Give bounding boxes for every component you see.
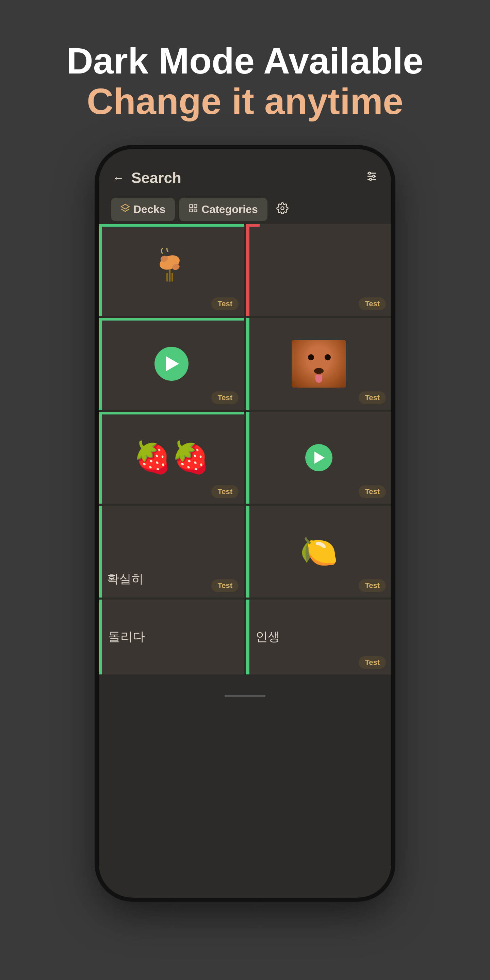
- card-topbar-3: [102, 318, 244, 321]
- dog-eye-left: [308, 354, 314, 360]
- card-border-green-3: [99, 318, 102, 410]
- layers-icon: [121, 204, 130, 215]
- card-border-green: [99, 224, 102, 316]
- svg-point-4: [372, 175, 375, 177]
- card-topbar-5: [102, 412, 244, 414]
- tab-settings[interactable]: [272, 197, 293, 222]
- card-badge-7: Test: [211, 579, 239, 592]
- card-border-red: [246, 224, 250, 316]
- app-header: ← Search: [99, 149, 391, 195]
- card-badge-1: Test: [211, 298, 239, 310]
- filter-icon[interactable]: [366, 170, 378, 185]
- card-topbar: [102, 224, 244, 227]
- play-button-small[interactable]: [305, 444, 332, 471]
- dog-face: [292, 340, 346, 388]
- svg-marker-6: [121, 204, 129, 209]
- phone-mockup: ← Search: [99, 149, 391, 898]
- tab-categories-label: Categories: [202, 203, 258, 216]
- svg-point-5: [369, 178, 372, 180]
- dog-nose: [314, 368, 324, 374]
- phone-screen: ← Search: [99, 149, 391, 898]
- svg-point-11: [281, 207, 284, 210]
- card-border-green-5: [99, 412, 102, 504]
- svg-rect-8: [194, 205, 197, 208]
- card-badge-8: Test: [359, 579, 386, 592]
- card-korean-3[interactable]: 인생 Test: [246, 600, 391, 675]
- header-title: Search: [131, 169, 181, 186]
- hero-title: Dark Mode Available: [67, 41, 423, 81]
- card-border-green-4: [246, 318, 250, 410]
- tab-decks[interactable]: Decks: [111, 198, 175, 221]
- card-border-green-9: [99, 600, 102, 675]
- lemon-icon: 🍋: [300, 533, 338, 569]
- card-play-small[interactable]: Test: [246, 412, 391, 504]
- card-korean-1[interactable]: 확실히 Test: [99, 506, 244, 598]
- card-strawberry[interactable]: 🍓🍓 Test: [99, 412, 244, 504]
- hero-subtitle: Change it anytime: [67, 81, 423, 122]
- gear-icon: [276, 202, 288, 217]
- card-korean-2[interactable]: 돌리다: [99, 600, 244, 675]
- hero-section: Dark Mode Available Change it anytime: [67, 41, 423, 122]
- dog-eye-right: [325, 354, 331, 360]
- tabs-bar: Decks Categories: [99, 195, 391, 222]
- card-border-green-10: [246, 600, 250, 675]
- svg-rect-9: [190, 209, 192, 212]
- card-sausage[interactable]: Test: [99, 224, 244, 316]
- card-border-green-7: [99, 506, 102, 598]
- card-border-green-6: [246, 412, 250, 504]
- tab-categories[interactable]: Categories: [179, 198, 267, 221]
- back-arrow-icon[interactable]: ←: [112, 171, 124, 185]
- card-topbar-red: [250, 224, 259, 227]
- card-lemon[interactable]: 🍋 Test: [246, 506, 391, 598]
- cards-grid: Test Test Test: [99, 222, 391, 676]
- scroll-indicator: [224, 695, 266, 697]
- play-triangle-sm-icon: [314, 452, 325, 464]
- card-play-large[interactable]: Test: [99, 318, 244, 410]
- svg-rect-10: [194, 209, 197, 212]
- korean-text-2: 돌리다: [107, 628, 145, 645]
- svg-rect-7: [190, 205, 192, 208]
- card-badge-5: Test: [211, 485, 239, 498]
- card-test-2[interactable]: Test: [246, 224, 391, 316]
- card-badge-4: Test: [359, 391, 386, 404]
- card-badge-3: Test: [211, 391, 239, 404]
- card-border-green-8: [246, 506, 250, 598]
- bottom-overflow: [99, 676, 391, 704]
- dog-photo: [292, 340, 346, 388]
- card-badge-2: Test: [359, 298, 386, 310]
- tab-decks-label: Decks: [134, 203, 165, 216]
- korean-text-3: 인생: [254, 628, 280, 645]
- svg-point-15: [158, 253, 181, 272]
- sausage-icon-area: [144, 246, 199, 294]
- card-badge-10: Test: [359, 656, 386, 669]
- play-button-large[interactable]: [154, 347, 189, 381]
- svg-point-3: [369, 172, 371, 174]
- grid-icon: [189, 204, 198, 215]
- header-left: ← Search: [112, 169, 181, 186]
- korean-text-1: 확실히: [107, 571, 143, 587]
- play-triangle-icon: [166, 356, 179, 371]
- strawberry-icon: 🍓🍓: [134, 440, 210, 476]
- card-dog[interactable]: Test: [246, 318, 391, 410]
- card-badge-6: Test: [359, 485, 386, 498]
